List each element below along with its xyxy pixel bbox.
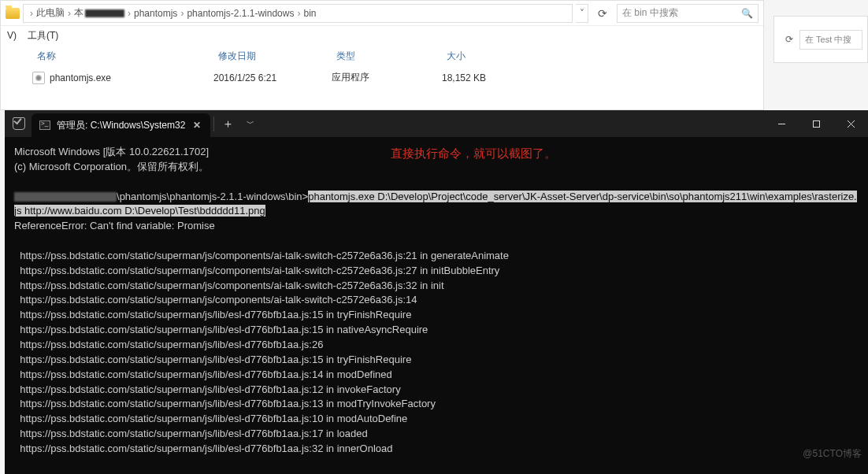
col-type[interactable]: 类型 [332, 46, 442, 66]
file-date: 2016/1/25 6:21 [213, 72, 332, 83]
maximize-button[interactable] [799, 110, 833, 137]
stack-trace: https://pss.bdstatic.com/static/superman… [14, 250, 509, 454]
menu-tools[interactable]: 工具(T) [28, 29, 58, 43]
terminal-window: 管理员: C:\Windows\System32 ✕ ＋ ﹀ 直接执行命令，就可… [5, 110, 868, 474]
file-type: 应用程序 [332, 71, 442, 84]
tab-title: 管理员: C:\Windows\System32 [57, 119, 185, 132]
explorer-window: › 此电脑› 本› phantomjs› phantomjs-2.1.1-win… [0, 0, 764, 110]
svg-rect-1 [813, 120, 819, 127]
column-headers: 名称 修改日期 类型 大小 [1, 45, 763, 66]
banner-line: Microsoft Windows [版本 10.0.22621.1702] [14, 146, 209, 157]
folder-icon [6, 8, 20, 19]
new-tab-button[interactable]: ＋ [213, 117, 242, 131]
file-size: 18,152 KB [442, 72, 536, 83]
crumb[interactable]: phantomjs [134, 8, 177, 19]
col-size[interactable]: 大小 [442, 46, 536, 66]
app-icon [32, 72, 45, 84]
annotation-text: 直接执行命令，就可以截图了。 [391, 145, 556, 162]
window-buttons [764, 110, 868, 137]
banner-line: (c) Microsoft Corporation。保留所有权利。 [14, 161, 209, 172]
cmd-icon [39, 120, 50, 130]
file-row[interactable]: phantomjs.exe 2016/1/25 6:21 应用程序 18,152… [1, 66, 763, 84]
background-window: ⟳ 在 Test 中搜 [773, 16, 868, 63]
terminal-tabbar: 管理员: C:\Windows\System32 ✕ ＋ ﹀ [5, 110, 868, 137]
breadcrumb[interactable]: › 此电脑› 本› phantomjs› phantomjs-2.1.1-win… [23, 4, 573, 23]
menu-view[interactable]: V) [7, 30, 17, 41]
minimize-button[interactable] [764, 110, 799, 137]
file-name: phantomjs.exe [50, 72, 111, 83]
address-bar: › 此电脑› 本› phantomjs› phantomjs-2.1.1-win… [1, 1, 763, 26]
terminal-tab[interactable]: 管理员: C:\Windows\System32 ✕ [32, 113, 210, 137]
search-input[interactable]: 在 bin 中搜索 🔍 [617, 4, 759, 23]
refresh-icon[interactable]: ⟳ [779, 34, 799, 45]
bg-search-input[interactable]: 在 Test 中搜 [799, 30, 862, 50]
watermark: @51CTO博客 [803, 447, 862, 461]
menu-bar: V) 工具(T) [1, 26, 763, 45]
search-icon: 🔍 [741, 8, 753, 19]
col-name[interactable]: 名称 [32, 46, 213, 66]
crumb[interactable]: 此电脑 [36, 6, 65, 20]
crumb[interactable]: 本 [74, 6, 83, 20]
search-placeholder: 在 bin 中搜索 [622, 6, 678, 20]
close-button[interactable] [833, 110, 868, 137]
close-icon[interactable]: ✕ [191, 120, 202, 131]
col-date[interactable]: 修改日期 [213, 46, 332, 66]
terminal-body[interactable]: 直接执行命令，就可以截图了。Microsoft Windows [版本 10.0… [5, 137, 868, 465]
crumb[interactable]: bin [303, 8, 316, 19]
address-dropdown[interactable]: ˅ [576, 4, 588, 23]
tab-dropdown[interactable]: ﹀ [242, 118, 259, 129]
refresh-icon[interactable]: ⟳ [592, 7, 614, 20]
crumb[interactable]: phantomjs-2.1.1-windows [187, 8, 294, 19]
shield-icon [13, 117, 25, 130]
redacted [14, 192, 117, 202]
error-line: ReferenceError: Can't find variable: Pro… [14, 220, 215, 231]
